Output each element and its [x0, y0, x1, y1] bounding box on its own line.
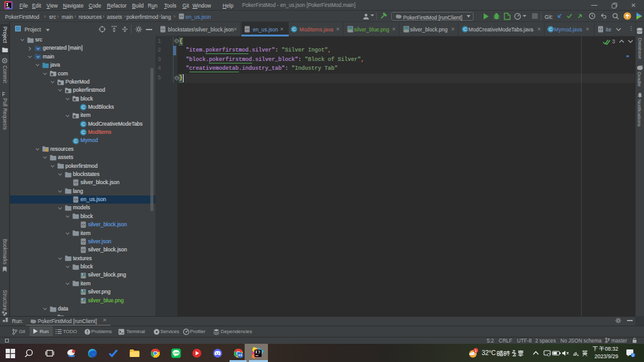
svg-text:C: C: [464, 26, 467, 32]
svg-text:C: C: [82, 129, 86, 135]
svg-text::: :: [82, 223, 85, 228]
svg-text::: :: [82, 240, 85, 244]
svg-text::: :: [75, 198, 77, 202]
svg-text:C: C: [292, 26, 296, 32]
svg-text:C: C: [82, 104, 86, 110]
svg-text:C: C: [549, 26, 553, 32]
svg-text::: :: [75, 181, 77, 185]
svg-text:C: C: [82, 121, 86, 127]
svg-text:C: C: [74, 138, 78, 144]
svg-text:LINE: LINE: [173, 351, 179, 354]
svg-text::: :: [82, 248, 85, 253]
